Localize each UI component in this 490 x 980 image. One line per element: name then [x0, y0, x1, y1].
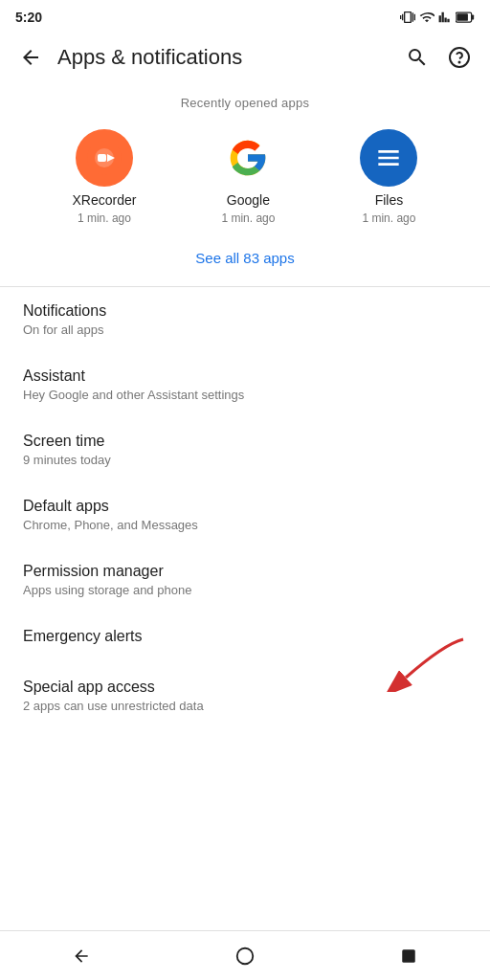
app-item-files[interactable]: Files 1 min. ago — [360, 129, 417, 225]
xrecorder-icon — [76, 129, 133, 187]
back-button[interactable] — [11, 38, 50, 77]
settings-list: Notifications On for all apps Assistant … — [0, 287, 490, 728]
recently-opened-section: Recently opened apps XRecorder 1 min. ag… — [0, 84, 490, 287]
help-button[interactable] — [440, 38, 479, 77]
google-icon — [219, 129, 277, 187]
google-time: 1 min. ago — [221, 212, 275, 225]
files-icon — [360, 129, 417, 187]
vibrate-icon — [400, 10, 415, 25]
top-bar-actions — [398, 38, 479, 77]
assistant-sub: Hey Google and other Assistant settings — [23, 388, 467, 402]
status-icons — [400, 10, 475, 25]
nav-home-button[interactable] — [216, 937, 274, 975]
permission-manager-title: Permission manager — [23, 563, 467, 580]
top-bar: Apps & notifications — [0, 31, 490, 84]
settings-default-apps[interactable]: Default apps Chrome, Phone, and Messages — [0, 482, 490, 547]
recently-opened-label: Recently opened apps — [0, 84, 490, 118]
settings-notifications[interactable]: Notifications On for all apps — [0, 287, 490, 352]
xrecorder-time: 1 min. ago — [78, 212, 131, 225]
google-name: Google — [227, 192, 270, 208]
app-item-google[interactable]: Google 1 min. ago — [219, 129, 277, 225]
search-button[interactable] — [398, 38, 436, 77]
settings-permission-manager[interactable]: Permission manager Apps using storage an… — [0, 547, 490, 612]
page-title: Apps & notifications — [57, 45, 398, 70]
svg-rect-11 — [402, 949, 415, 963]
nav-back-button[interactable] — [53, 937, 110, 975]
permission-manager-sub: Apps using storage and phone — [23, 583, 467, 597]
xrecorder-name: XRecorder — [73, 192, 137, 208]
wifi-icon — [419, 10, 434, 25]
special-app-access-sub: 2 apps can use unrestricted data — [23, 699, 467, 713]
status-time: 5:20 — [15, 10, 42, 25]
see-all-container: See all 83 apps — [0, 244, 490, 287]
signal-icon — [438, 11, 452, 24]
svg-rect-2 — [457, 13, 468, 21]
files-name: Files — [375, 192, 404, 208]
notifications-sub: On for all apps — [23, 323, 467, 337]
notifications-title: Notifications — [23, 302, 467, 320]
status-bar: 5:20 — [0, 0, 490, 31]
see-all-link[interactable]: See all 83 apps — [195, 250, 294, 266]
assistant-title: Assistant — [23, 368, 467, 385]
default-apps-title: Default apps — [23, 498, 467, 515]
settings-special-app-access[interactable]: Special app access 2 apps can use unrest… — [0, 663, 490, 728]
svg-point-10 — [237, 947, 254, 964]
battery-icon — [456, 11, 475, 24]
settings-assistant[interactable]: Assistant Hey Google and other Assistant… — [0, 352, 490, 417]
nav-recents-button[interactable] — [380, 937, 437, 975]
app-item-xrecorder[interactable]: XRecorder 1 min. ago — [73, 129, 137, 225]
nav-bar — [0, 930, 490, 980]
files-time: 1 min. ago — [362, 212, 415, 225]
apps-row: XRecorder 1 min. ago Google 1 min. ago — [0, 118, 490, 244]
screen-time-title: Screen time — [23, 433, 467, 450]
screen-time-sub: 9 minutes today — [23, 453, 467, 467]
svg-rect-1 — [472, 15, 475, 20]
default-apps-sub: Chrome, Phone, and Messages — [23, 518, 467, 532]
settings-screen-time[interactable]: Screen time 9 minutes today — [0, 417, 490, 482]
svg-rect-7 — [98, 154, 106, 162]
red-arrow-annotation — [368, 635, 482, 692]
